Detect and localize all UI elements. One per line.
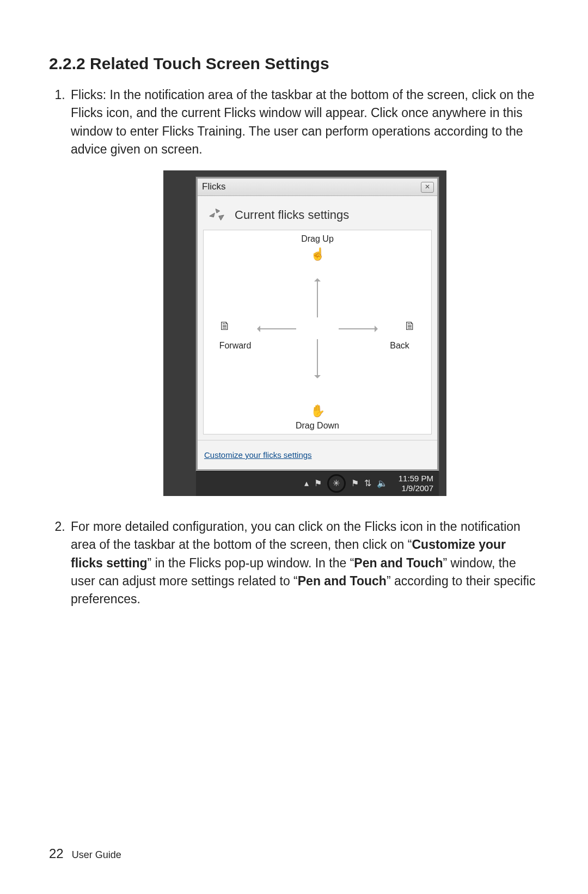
numbered-steps: Flicks: In the notification area of the … [49,86,539,609]
flicks-icon [206,206,227,224]
page-back-icon: 🗎 [402,317,418,334]
taskbar-date: 1/9/2007 [399,483,433,493]
arrow-up-icon [317,279,318,317]
tray-icon[interactable]: ⚑ [351,477,359,489]
drag-down-icon: ✋ [309,402,326,419]
flicks-figure: Flicks ✕ [163,170,446,495]
step-2: For more detailed configuration, you can… [69,518,539,609]
close-button[interactable]: ✕ [421,182,434,193]
network-icon[interactable]: ⇅ [364,477,371,489]
step-2-bold-3: Pen and Touch [298,574,387,588]
flicks-window[interactable]: Flicks ✕ [196,177,439,471]
taskbar-clock[interactable]: 11:59 PM 1/9/2007 [399,474,433,493]
step-1: Flicks: In the notification area of the … [69,86,539,496]
flicks-header: Current flicks settings [198,196,437,230]
customize-flicks-link[interactable]: Customize your flicks settings [204,450,312,460]
flicks-directions[interactable]: Drag Up ☝ 🗎 Forward 🗎 Back ✋ Drag Dow [203,230,432,434]
flicks-footer: Customize your flicks settings [198,440,437,469]
close-icon: ✕ [425,183,430,191]
document-page: 2.2.2 Related Touch Screen Settings Flic… [0,0,588,894]
system-tray: ▴ ⚑ ✳ ⚑ ⇅ 🔈 [304,474,388,493]
step-1-text: Flicks: In the notification area of the … [71,88,534,156]
back-label: Back [372,339,427,352]
flicks-header-text: Current flicks settings [235,206,349,224]
flicks-tray-icon[interactable]: ✳ [327,474,346,493]
action-center-icon[interactable]: ⚑ [314,477,322,489]
arrow-right-icon [339,328,377,329]
section-heading: 2.2.2 Related Touch Screen Settings [49,54,539,73]
volume-icon[interactable]: 🔈 [377,477,388,489]
taskbar: ▴ ⚑ ✳ ⚑ ⇅ 🔈 11:59 PM 1/9/2007 [196,471,439,496]
drag-down-label: Drag Down [290,419,345,432]
flicks-window-title: Flicks [202,180,225,194]
drag-up-label: Drag Up [290,232,345,245]
page-number: 22 [49,846,64,861]
step-2-text-c: ” in the Flicks pop-up window. In the “ [148,556,354,570]
desktop-background: Flicks ✕ [163,170,446,495]
arrow-down-icon [317,339,318,377]
arrow-left-icon [258,328,296,329]
forward-label: Forward [208,339,262,352]
doc-title: User Guide [72,849,121,860]
page-forward-icon: 🗎 [217,317,233,334]
step-2-bold-2: Pen and Touch [354,556,443,570]
page-footer: 22 User Guide [49,846,121,861]
flicks-titlebar: Flicks ✕ [198,179,437,196]
show-hidden-icons-icon[interactable]: ▴ [304,477,309,489]
drag-up-icon: ☝ [309,246,326,262]
taskbar-time: 11:59 PM [399,474,433,483]
